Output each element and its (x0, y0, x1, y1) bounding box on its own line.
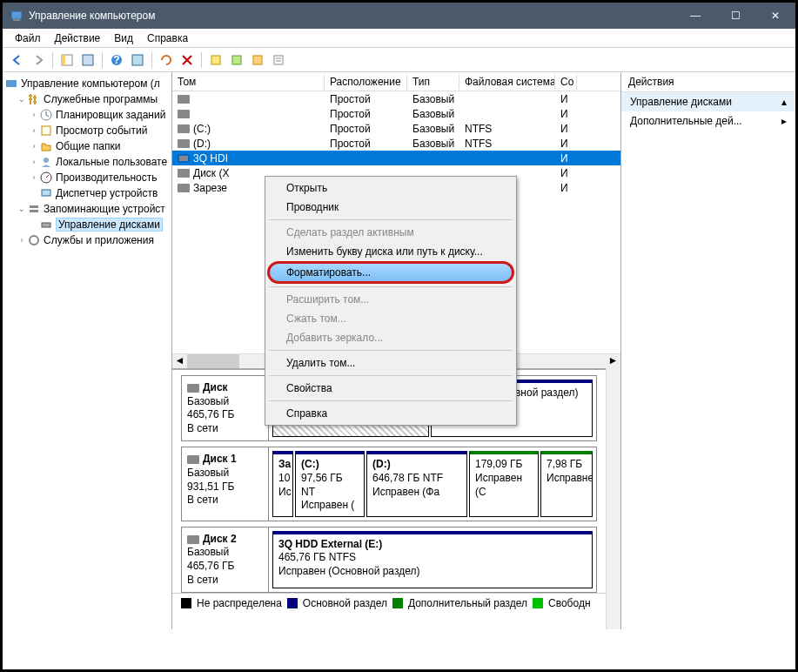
collapse-icon: ▴ (781, 96, 787, 108)
col-volume[interactable]: Том (172, 74, 325, 90)
svg-rect-11 (274, 56, 283, 64)
partition[interactable]: 179,09 ГБИсправен (С (469, 451, 539, 516)
show-hide-button[interactable] (57, 50, 77, 70)
tree-panel: Управление компьютером (л ⌄Служебные про… (3, 72, 172, 629)
disk-info[interactable]: Диск 1 Базовый931,51 ГБВ сети (182, 447, 269, 520)
ctx-make-active[interactable]: Сделать раздел активным (267, 223, 514, 242)
actions-more[interactable]: Дополнительные дей...▸ (621, 111, 795, 131)
svg-rect-10 (253, 56, 262, 64)
forward-button[interactable] (29, 50, 48, 70)
titlebar: Управление компьютером — ☐ ✕ (3, 3, 795, 29)
legend-unalloc: Не распределена (197, 597, 282, 609)
tree-performance[interactable]: ›Производительность (4, 170, 170, 185)
partition[interactable]: (D:)646,78 ГБ NTFИсправен (Фа (366, 451, 467, 516)
ctx-mirror[interactable]: Добавить зеркало... (267, 328, 514, 347)
legend-free: Свободн (548, 597, 591, 609)
context-menu: Открыть Проводник Сделать раздел активны… (265, 176, 517, 426)
legend-primary: Основной раздел (303, 597, 387, 609)
menu-action[interactable]: Действие (48, 30, 108, 46)
disk-block-1: Диск 1 Базовый931,51 ГБВ сети За10Ис (C:… (181, 447, 597, 521)
graph-scrollbar[interactable] (606, 368, 620, 629)
svg-rect-1 (13, 19, 20, 21)
volume-list-header: Том Расположение Тип Файловая система Со (172, 72, 620, 91)
svg-rect-19 (42, 190, 50, 196)
window-title: Управление компьютером (29, 10, 675, 22)
svg-rect-14 (6, 80, 17, 87)
settings-button[interactable] (128, 50, 147, 70)
help-button[interactable]: ? (107, 50, 126, 70)
volume-row[interactable]: ПростойБазовыйИ (172, 91, 620, 106)
ctx-explorer[interactable]: Проводник (267, 198, 514, 217)
ctx-delete[interactable]: Удалить том... (267, 353, 514, 373)
col-layout[interactable]: Расположение (325, 74, 407, 90)
menu-file[interactable]: Файл (8, 30, 48, 46)
tree-devmgr[interactable]: Диспетчер устройств (4, 185, 170, 201)
svg-rect-4 (83, 55, 93, 65)
svg-rect-16 (42, 126, 50, 135)
toolbar: ? (3, 48, 795, 72)
legend: Не распределена Основной раздел Дополнит… (172, 593, 606, 613)
ctx-open[interactable]: Открыть (267, 178, 514, 198)
action3-button[interactable] (248, 50, 267, 70)
svg-rect-0 (11, 11, 22, 19)
chevron-right-icon: ▸ (781, 115, 787, 127)
tree-root[interactable]: Управление компьютером (л (4, 76, 170, 91)
volume-row[interactable]: (D:)ПростойБазовыйNTFSИ (172, 136, 620, 151)
svg-text:?: ? (113, 54, 119, 66)
menu-view[interactable]: Вид (107, 30, 140, 46)
tree-diskmgmt[interactable]: Управление дисками (4, 217, 170, 232)
minimize-button[interactable]: — (675, 3, 715, 29)
svg-rect-7 (132, 55, 143, 65)
tree-services[interactable]: ›Службы и приложения (4, 232, 170, 248)
ctx-format[interactable]: Форматировать... (267, 261, 514, 284)
ctx-shrink[interactable]: Сжать том... (267, 309, 514, 328)
tree-scheduler[interactable]: ›Планировщик заданий (4, 107, 170, 123)
ctx-change-letter[interactable]: Изменить букву диска или путь к диску... (267, 242, 514, 261)
refresh-button[interactable] (157, 50, 176, 70)
col-filesystem[interactable]: Файловая система (459, 74, 555, 90)
ctx-help[interactable]: Справка (267, 404, 514, 423)
action1-button[interactable] (206, 50, 225, 70)
partition[interactable]: 3Q HDD External (E:)465,76 ГБ NTFSИсправ… (272, 531, 593, 588)
back-button[interactable] (8, 50, 27, 70)
svg-rect-22 (42, 223, 50, 227)
disk-info[interactable]: Диск 2 Базовый465,76 ГБВ сети (182, 528, 269, 592)
disk-info[interactable]: Диск Базовый465,76 ГБВ сети (182, 376, 269, 440)
properties-button[interactable] (78, 50, 97, 70)
ctx-extend[interactable]: Расширить том... (267, 290, 514, 309)
svg-rect-9 (232, 56, 241, 64)
svg-rect-20 (30, 205, 38, 208)
svg-point-23 (30, 236, 38, 245)
col-type[interactable]: Тип (407, 74, 459, 90)
disk-block-2: Диск 2 Базовый465,76 ГБВ сети 3Q HDD Ext… (181, 527, 597, 593)
actions-diskmgmt[interactable]: Управление дисками▴ (621, 92, 795, 111)
tree-localusers[interactable]: ›Локальные пользовате (4, 154, 170, 170)
partition[interactable]: 7,98 ГБИсправне (540, 451, 593, 516)
legend-extended: Дополнительный раздел (408, 597, 527, 609)
ctx-properties[interactable]: Свойства (267, 379, 514, 398)
svg-rect-3 (62, 55, 65, 65)
menu-help[interactable]: Справка (140, 30, 195, 46)
partition[interactable]: За10Ис (272, 451, 293, 516)
col-status[interactable]: Со (555, 74, 577, 90)
maximize-button[interactable]: ☐ (715, 3, 755, 29)
tree-storage[interactable]: ⌄Запоминающие устройст (4, 201, 170, 217)
svg-rect-8 (211, 56, 220, 64)
menubar: Файл Действие Вид Справка (3, 29, 795, 48)
tree-eventviewer[interactable]: ›Просмотр событий (4, 123, 170, 138)
close-button[interactable]: ✕ (755, 3, 795, 29)
delete-button[interactable] (178, 50, 197, 70)
partition[interactable]: (C:)97,56 ГБ NTИсправен ( (295, 451, 365, 516)
actions-header: Действия (621, 72, 795, 92)
volume-row[interactable]: ПростойБазовыйИ (172, 106, 620, 121)
actions-panel: Действия Управление дисками▴ Дополнитель… (621, 72, 795, 629)
action2-button[interactable] (227, 50, 246, 70)
app-icon (10, 9, 23, 23)
svg-point-17 (44, 158, 49, 163)
tree-systools[interactable]: ⌄Служебные программы (4, 91, 170, 107)
svg-rect-21 (30, 210, 38, 212)
volume-row[interactable]: (C:)ПростойБазовыйNTFSИ (172, 121, 620, 136)
tree-sharedfolders[interactable]: ›Общие папки (4, 138, 170, 154)
volume-row-selected[interactable]: 3Q HDIИ (172, 151, 620, 165)
action4-button[interactable] (269, 50, 288, 70)
